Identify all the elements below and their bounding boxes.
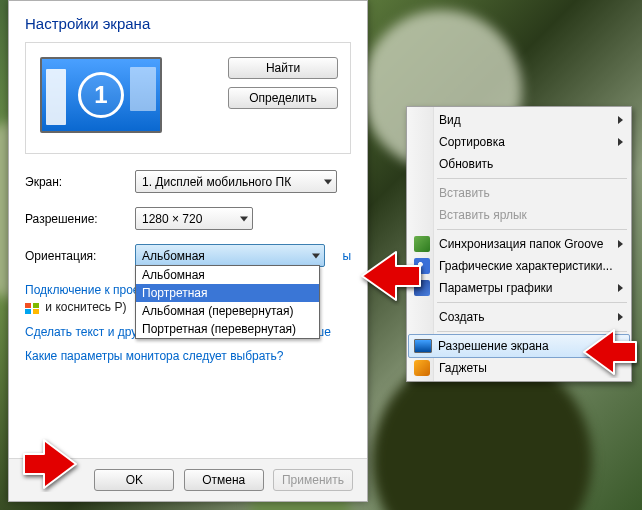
monitor-thumbnail[interactable]: 1	[40, 57, 162, 133]
ctx-label: Гаджеты	[439, 361, 487, 375]
monitor-number-badge: 1	[78, 72, 124, 118]
submenu-arrow-icon	[618, 240, 623, 248]
orientation-option-portrait[interactable]: Портретная	[136, 284, 319, 302]
detect-button[interactable]: Найти	[228, 57, 338, 79]
ctx-graphics-params[interactable]: Параметры графики	[409, 277, 629, 299]
orientation-select-value: Альбомная	[142, 249, 205, 263]
ctx-paste-shortcut: Вставить ярлык	[409, 204, 629, 226]
resolution-select[interactable]: 1280 × 720	[135, 207, 253, 230]
orientation-option-landscape-flipped[interactable]: Альбомная (перевернутая)	[136, 302, 319, 320]
resolution-select-value: 1280 × 720	[142, 212, 202, 226]
chevron-down-icon	[324, 179, 332, 184]
ctx-view[interactable]: Вид	[409, 109, 629, 131]
submenu-arrow-icon	[618, 138, 623, 146]
windows-flag-icon	[25, 303, 39, 315]
orientation-option-portrait-flipped[interactable]: Портретная (перевернутая)	[136, 320, 319, 338]
apply-button: Применить	[273, 469, 353, 491]
ctx-refresh[interactable]: Обновить	[409, 153, 629, 175]
truncated-link-tail: ы	[342, 249, 351, 263]
annotation-arrow-icon	[18, 436, 82, 495]
ctx-graphics-properties[interactable]: Графические характеристики...	[409, 255, 629, 277]
ctx-label: Создать	[439, 310, 485, 324]
display-settings-dialog: Настройки экрана 1 Найти Определить Экра…	[8, 0, 368, 502]
resolution-label: Разрешение:	[25, 212, 135, 226]
annotation-arrow-icon	[580, 326, 640, 381]
ctx-create[interactable]: Создать	[409, 306, 629, 328]
chevron-down-icon	[312, 253, 320, 258]
monitor-icon	[414, 339, 432, 353]
screen-select[interactable]: 1. Дисплей мобильного ПК	[135, 170, 337, 193]
screen-label: Экран:	[25, 175, 135, 189]
cancel-button[interactable]: Отмена	[184, 469, 264, 491]
svg-marker-2	[24, 440, 76, 488]
submenu-arrow-icon	[618, 116, 623, 124]
ctx-label: Обновить	[439, 157, 493, 171]
svg-marker-1	[584, 330, 636, 374]
dialog-title: Настройки экрана	[25, 15, 351, 32]
ctx-sort[interactable]: Сортировка	[409, 131, 629, 153]
ctx-label: Разрешение экрана	[438, 339, 549, 353]
chevron-down-icon	[240, 216, 248, 221]
ctx-label: Вид	[439, 113, 461, 127]
connect-projector-link[interactable]: Подключение к проек	[25, 283, 145, 297]
orientation-label: Ориентация:	[25, 249, 135, 263]
screen-select-value: 1. Дисплей мобильного ПК	[142, 175, 291, 189]
ctx-label: Вставить	[439, 186, 490, 200]
which-settings-link[interactable]: Какие параметры монитора следует выбрать…	[25, 349, 284, 363]
submenu-arrow-icon	[618, 313, 623, 321]
orientation-dropdown-list: Альбомная Портретная Альбомная (переверн…	[135, 265, 320, 339]
ctx-groove-sync[interactable]: Синхронизация папок Groove	[409, 233, 629, 255]
orientation-select[interactable]: Альбомная	[135, 244, 325, 267]
gadgets-icon	[414, 360, 430, 376]
ctx-label: Сортировка	[439, 135, 505, 149]
ctx-label: Графические характеристики...	[439, 259, 612, 273]
annotation-arrow-icon	[356, 246, 426, 309]
ctx-label: Синхронизация папок Groove	[439, 237, 604, 251]
ok-button[interactable]: OK	[94, 469, 174, 491]
ctx-label: Параметры графики	[439, 281, 553, 295]
svg-marker-0	[362, 252, 420, 300]
identify-button[interactable]: Определить	[228, 87, 338, 109]
orientation-option-landscape[interactable]: Альбомная	[136, 266, 319, 284]
submenu-arrow-icon	[618, 284, 623, 292]
ctx-paste: Вставить	[409, 182, 629, 204]
projector-hint: и коснитесь P)	[45, 300, 126, 314]
ctx-label: Вставить ярлык	[439, 208, 527, 222]
monitor-preview-group: 1 Найти Определить	[25, 42, 351, 154]
